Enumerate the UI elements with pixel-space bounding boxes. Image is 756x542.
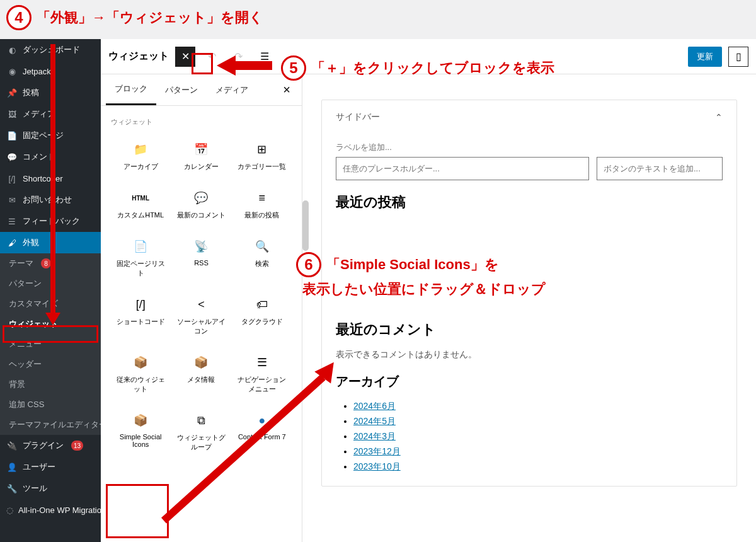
submenu-background[interactable]: 背景 [0, 374, 101, 395]
archive-link[interactable]: 2024年5月 [353, 416, 396, 426]
settings-panel-button[interactable]: ▯ [728, 47, 748, 67]
archive-list-item: 2024年3月 [353, 429, 723, 444]
sidebar-item-migration[interactable]: ◌All-in-One WP Migration [0, 499, 101, 521]
no-comments-text: 表示できるコメントはありません。 [336, 349, 723, 360]
block-label: ショートコード [117, 317, 165, 326]
block-item-10[interactable]: <ソーシャルアイコン [171, 288, 231, 345]
chevron-up-icon: ⌃ [715, 112, 723, 122]
block-item-14[interactable]: ☰ナビゲーションメニュー [232, 346, 292, 403]
block-item-13[interactable]: 📦メタ情報 [171, 346, 231, 403]
brush-icon: 🖌 [6, 237, 18, 248]
page-icon: 📄 [6, 130, 18, 141]
sidebar-item-users[interactable]: 👤ユーザー [0, 456, 101, 478]
widget-canvas: サイドバー ⌃ ラベルを追加... 最近の投稿 最近のコメント 表示できるコメン… [302, 74, 756, 542]
archive-list-item: 2023年10月 [353, 459, 723, 475]
block-icon: < [193, 297, 209, 312]
submenu-header[interactable]: ヘッダー [0, 354, 101, 374]
block-icon: 📡 [193, 239, 209, 254]
search-placeholder-input[interactable] [336, 157, 589, 180]
submenu-widgets[interactable]: ウィジェット [0, 314, 101, 334]
undo-button[interactable]: ↶ [202, 47, 222, 67]
inserter-tab-blocks[interactable]: ブロック [106, 74, 156, 105]
block-item-5[interactable]: ≡最新の投稿 [232, 182, 292, 229]
appearance-submenu: テーマ8 パターン カスタマイズ ウィジェット メニュー ヘッダー 背景 追加 … [0, 253, 101, 435]
submenu-additional-css[interactable]: 追加 CSS [0, 395, 101, 415]
sidebar-item-jetpack[interactable]: ◉Jetpack [0, 61, 101, 82]
block-icon: ☰ [255, 355, 270, 370]
dashboard-icon: ◐ [6, 44, 18, 55]
block-item-11[interactable]: 🏷タグクラウド [232, 288, 292, 345]
block-icon: ≡ [255, 190, 270, 205]
button-text-input[interactable] [597, 157, 723, 180]
shortcode-icon: [/] [6, 173, 18, 184]
page-title: ウィジェット [108, 50, 169, 63]
block-label: アーカイブ [123, 162, 158, 171]
submenu-menus[interactable]: メニュー [0, 334, 101, 354]
archive-link[interactable]: 2023年12月 [353, 446, 401, 456]
block-label: 検索 [255, 259, 269, 268]
block-label: タグクラウド [241, 317, 283, 326]
block-item-2[interactable]: ⊞カテゴリー一覧 [232, 133, 292, 180]
block-label: カレンダー [184, 162, 219, 171]
sidebar-item-shortcoder[interactable]: [/]Shortcoder [0, 168, 101, 189]
sidebar-item-media[interactable]: 🖼メディア [0, 103, 101, 125]
inserter-category-label: ウィジェット [111, 111, 292, 133]
label-placeholder[interactable]: ラベルを追加... [336, 142, 723, 153]
archive-list-item: 2024年5月 [353, 414, 723, 429]
sidebar-item-plugins[interactable]: 🔌プラグイン13 [0, 435, 101, 456]
sidebar-item-posts[interactable]: 📌投稿 [0, 82, 101, 103]
update-button[interactable]: 更新 [688, 47, 722, 67]
archive-link[interactable]: 2024年6月 [353, 401, 396, 411]
block-item-9[interactable]: [/]ショートコード [111, 288, 170, 345]
block-item-15[interactable]: 📦Simple Social Icons [111, 404, 170, 461]
archive-link[interactable]: 2024年3月 [353, 431, 396, 441]
archive-link[interactable]: 2023年10月 [353, 461, 401, 471]
block-item-12[interactable]: 📦従来のウィジェット [111, 346, 170, 403]
sidebar-item-pages[interactable]: 📄固定ページ [0, 125, 101, 146]
block-label: Contact Form 7 [238, 433, 286, 441]
block-item-6[interactable]: 📄固定ページリスト [111, 230, 170, 287]
list-view-button[interactable]: ☰ [255, 47, 275, 67]
media-icon: 🖼 [6, 108, 18, 120]
sidebar-item-contact[interactable]: ✉お問い合わせ [0, 189, 101, 210]
sidebar-item-appearance[interactable]: 🖌外観 [0, 232, 101, 253]
block-item-4[interactable]: 💬最新のコメント [171, 182, 231, 229]
archive-list-item: 2023年12月 [353, 444, 723, 459]
block-icon: 📦 [133, 413, 148, 428]
block-item-16[interactable]: ⧉ウィジェットグループ [171, 404, 231, 461]
inserter-tab-patterns[interactable]: パターン [156, 76, 207, 105]
block-icon: HTML [133, 190, 148, 205]
inserter-close-button[interactable]: × [277, 76, 297, 103]
submenu-themes[interactable]: テーマ8 [0, 253, 101, 274]
canvas-scrollbar[interactable] [302, 200, 309, 251]
sidebar-item-feedback[interactable]: ☰フィードバック [0, 210, 101, 232]
admin-sidebar: ◐ダッシュボード ◉Jetpack 📌投稿 🖼メディア 📄固定ページ 💬コメント… [0, 39, 101, 542]
block-item-0[interactable]: 📁アーカイブ [111, 133, 170, 180]
submenu-customize[interactable]: カスタマイズ [0, 294, 101, 314]
heading-recent-posts: 最近の投稿 [336, 193, 723, 212]
widget-area-toggle[interactable]: サイドバー ⌃ [336, 112, 723, 129]
inserter-tab-media[interactable]: メディア [207, 76, 257, 105]
toggle-inserter-button[interactable]: ✕ [175, 47, 195, 67]
sidebar-item-comments[interactable]: 💬コメント [0, 146, 101, 168]
block-item-17[interactable]: ●Contact Form 7 [232, 404, 292, 461]
sidebar-item-dashboard[interactable]: ◐ダッシュボード [0, 39, 101, 61]
block-inserter-panel: ブロック パターン メディア × ウィジェット 📁アーカイブ📅カレンダー⊞カテゴ… [101, 74, 302, 542]
editor-topbar: ウィジェット ✕ ↶ ↷ ☰ 更新 ▯ [101, 39, 756, 74]
block-item-7[interactable]: 📡RSS [171, 230, 231, 287]
sidebar-item-tools[interactable]: 🔧ツール [0, 478, 101, 499]
annotation-text-4: 「外観」→「ウィジェット」を開く [37, 8, 263, 27]
block-label: RSS [194, 259, 209, 267]
block-item-3[interactable]: HTMLカスタムHTML [111, 182, 170, 229]
block-item-8[interactable]: 🔍検索 [232, 230, 292, 287]
submenu-patterns[interactable]: パターン [0, 274, 101, 294]
block-icon: ⊞ [255, 142, 270, 157]
redo-button[interactable]: ↷ [228, 47, 248, 67]
tool-icon: 🔧 [6, 483, 18, 494]
block-item-1[interactable]: 📅カレンダー [171, 133, 231, 180]
block-icon: 🏷 [255, 297, 270, 312]
submenu-theme-editor[interactable]: テーマファイルエディター [0, 415, 101, 435]
block-label: ウィジェットグループ [174, 433, 228, 452]
plugins-badge: 13 [71, 441, 83, 451]
block-label: 固定ページリスト [113, 259, 168, 278]
